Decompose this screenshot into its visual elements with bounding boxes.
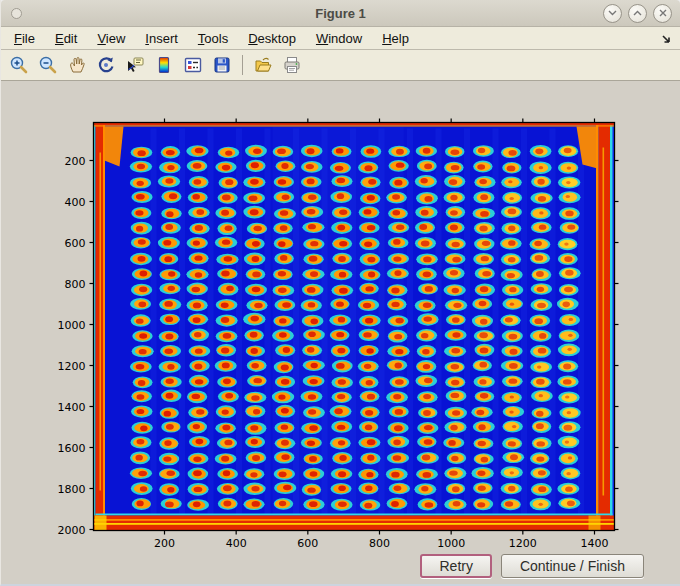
close-button[interactable] (653, 4, 672, 23)
open-file-icon[interactable] (251, 53, 275, 77)
svg-text:400: 400 (226, 537, 247, 550)
menu-bar: FileEditViewInsertToolsDesktopWindowHelp (1, 27, 680, 50)
chevron-down-icon (608, 10, 617, 16)
insert-legend-icon[interactable] (181, 53, 205, 77)
svg-text:1400: 1400 (58, 401, 86, 414)
svg-text:2000: 2000 (58, 524, 86, 537)
menu-help[interactable]: Help (375, 29, 416, 48)
menu-edit[interactable]: Edit (48, 29, 84, 48)
zoom-in-icon[interactable] (7, 53, 31, 77)
menu-view[interactable]: View (90, 29, 132, 48)
menu-insert[interactable]: Insert (138, 29, 185, 48)
save-figure-icon[interactable] (210, 53, 234, 77)
svg-text:200: 200 (65, 155, 86, 168)
close-icon (659, 9, 667, 17)
zoom-out-icon[interactable] (36, 53, 60, 77)
menu-file[interactable]: File (7, 29, 42, 48)
svg-text:400: 400 (65, 196, 86, 209)
chevron-up-icon (633, 10, 642, 16)
figure-toolbar (1, 50, 680, 81)
figure-window: Figure 1 FileEditViewInsertToolsDesktopW… (0, 0, 680, 586)
svg-text:600: 600 (65, 237, 86, 250)
svg-text:800: 800 (65, 278, 86, 291)
retry-button[interactable]: Retry (420, 554, 491, 578)
svg-text:1000: 1000 (58, 319, 86, 332)
svg-text:800: 800 (369, 537, 390, 550)
svg-text:1400: 1400 (580, 537, 608, 550)
svg-text:600: 600 (297, 537, 318, 550)
dock-figure-icon[interactable] (661, 31, 672, 49)
insert-colorbar-icon[interactable] (152, 53, 176, 77)
svg-text:200: 200 (154, 537, 175, 550)
svg-text:1600: 1600 (58, 442, 86, 455)
menu-tools[interactable]: Tools (191, 29, 235, 48)
action-buttons: Retry Continue / Finish (420, 554, 644, 578)
rotate-3d-icon[interactable] (94, 53, 118, 77)
print-figure-icon[interactable] (280, 53, 304, 77)
window-title: Figure 1 (1, 6, 680, 21)
svg-text:1200: 1200 (58, 360, 86, 373)
restore-button[interactable] (628, 4, 647, 23)
plate-image-axes[interactable]: 2004006008001000120014002004006008001000… (1, 81, 680, 586)
figure-canvas: 2004006008001000120014002004006008001000… (1, 81, 680, 584)
menu-window[interactable]: Window (309, 29, 369, 48)
toolbar-separator (242, 55, 243, 75)
svg-text:1200: 1200 (509, 537, 537, 550)
continue-finish-button[interactable]: Continue / Finish (501, 554, 644, 578)
svg-text:1800: 1800 (58, 483, 86, 496)
data-cursor-icon[interactable] (123, 53, 147, 77)
pan-icon[interactable] (65, 53, 89, 77)
svg-text:1000: 1000 (437, 537, 465, 550)
menu-desktop[interactable]: Desktop (241, 29, 303, 48)
shade-button[interactable] (603, 4, 622, 23)
title-bar[interactable]: Figure 1 (1, 0, 680, 27)
